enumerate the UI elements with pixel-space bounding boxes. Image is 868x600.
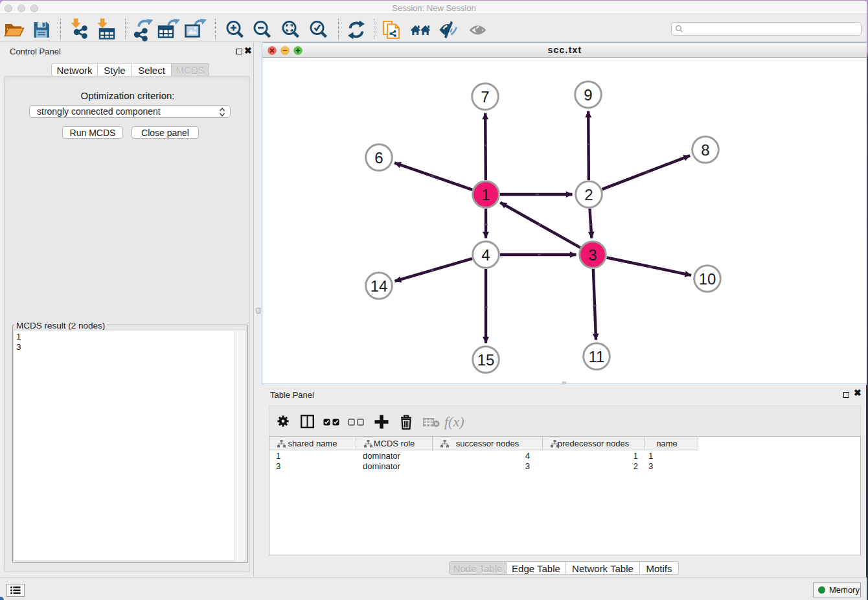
svg-text:4: 4 [481,246,490,264]
svg-text:14: 14 [371,277,388,295]
svg-text:7: 7 [481,88,489,106]
svg-text:6: 6 [374,149,383,167]
svg-text:3: 3 [588,246,597,264]
svg-text:2: 2 [584,186,593,203]
svg-text:8: 8 [701,141,709,159]
svg-text:9: 9 [584,86,592,104]
svg-text:1: 1 [481,186,490,203]
svg-text:10: 10 [699,270,716,288]
svg-text:15: 15 [477,351,495,369]
svg-text:11: 11 [589,348,605,365]
